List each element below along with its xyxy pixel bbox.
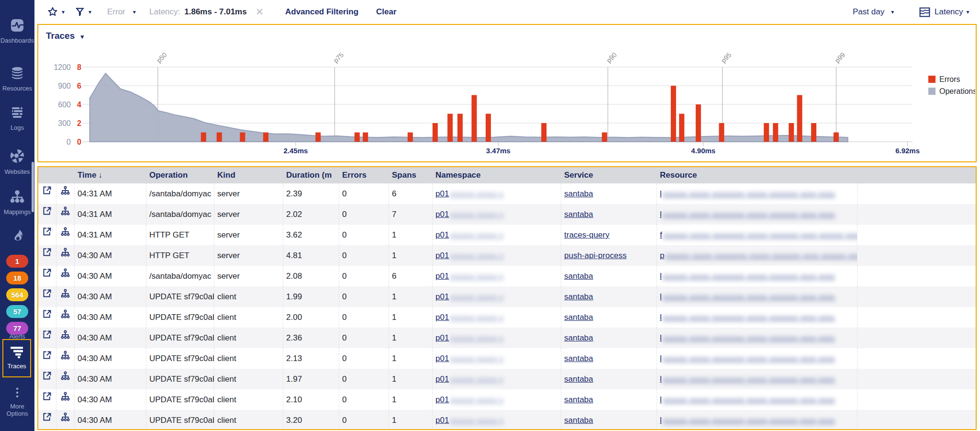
service-link[interactable]: santaba [564,313,593,322]
namespace-link[interactable]: p01 [435,354,449,363]
favorites-button[interactable]: ▾ [47,0,65,24]
service-link[interactable]: santaba [564,292,593,301]
column-header-duration-m[interactable]: Duration (m [283,167,339,183]
resource-link[interactable]: l [660,354,662,363]
namespace-link[interactable]: p01 [435,374,449,384]
table-row[interactable]: 04:31 AM/santaba/domyacserver2.0207p01xx… [38,204,976,225]
table-row[interactable]: 04:30 AMUPDATE sf79c0abclient2.0001p01xx… [38,307,976,328]
trace-tree-button[interactable] [56,369,75,389]
trace-tree-button[interactable] [56,328,75,348]
sidebar-item-resources[interactable]: Resources [0,66,34,92]
trace-tree-button[interactable] [56,225,75,245]
table-row[interactable]: 04:30 AMUPDATE sf79c0abclient2.1301p01xx… [38,348,976,369]
resource-link[interactable]: l [660,313,662,322]
sidebar-item-websites[interactable]: Websites [0,148,34,175]
alert-badge-564[interactable]: 564 [6,288,28,301]
trace-tree-button[interactable] [56,204,75,225]
table-row[interactable]: 04:30 AMUPDATE sf79c0abclient1.9701p01xx… [38,369,976,389]
resource-link[interactable]: l [660,272,662,281]
resource-link[interactable]: l [660,210,662,219]
table-row[interactable]: 04:30 AMHTTP GETserver4.8101p01xxxxxx xx… [38,245,976,266]
resource-link[interactable]: l [660,374,662,384]
column-header-operation[interactable]: Operation [146,167,214,183]
legend-item-errors[interactable]: Errors [928,75,960,83]
sidebar-item-logs[interactable]: Logs [0,106,34,131]
service-link[interactable]: santaba [564,395,593,404]
open-trace-button[interactable] [38,286,56,307]
metric-selector-dropdown[interactable]: Latency ▾ [919,0,969,24]
sidebar-item-more-options[interactable]: •••More Options [0,387,34,417]
column-header-kind[interactable]: Kind [214,167,283,183]
open-trace-button[interactable] [38,266,56,286]
table-row[interactable]: 04:30 AM/santaba/domyacserver2.0806p01xx… [38,266,976,286]
column-header-errors[interactable]: Errors [339,167,389,183]
trace-tree-button[interactable] [56,245,75,266]
sidebar-item-mappings[interactable]: Mappings [0,190,34,216]
filter-button[interactable]: ▾ [75,0,91,24]
column-header-service[interactable]: Service [561,167,657,183]
column-header-time[interactable]: Time↓ [75,167,146,183]
namespace-link[interactable]: p01 [435,251,449,260]
table-row[interactable]: 04:31 AMHTTP GETserver3.6201p01xxxxxx xx… [38,225,976,245]
resource-link[interactable]: p [660,251,664,260]
sidebar-item-flame[interactable] [0,229,34,245]
alert-badge-1[interactable]: 1 [6,255,28,268]
sidebar-item-traces[interactable]: Traces [2,339,31,377]
namespace-link[interactable]: p01 [435,313,449,322]
clear-button[interactable]: Clear [376,0,397,24]
namespace-link[interactable]: p01 [435,210,449,219]
open-trace-button[interactable] [38,183,56,204]
sidebar-item-dashboards[interactable]: Dashboards [0,18,34,44]
legend-item-operations[interactable]: Operations [928,87,975,95]
column-header-spans[interactable]: Spans [389,167,433,183]
service-link[interactable]: santaba [564,210,593,219]
resource-link[interactable]: l [660,333,662,342]
namespace-link[interactable]: p01 [435,333,449,342]
resource-link[interactable]: l [660,416,662,425]
alert-badge-57[interactable]: 57 [6,305,28,318]
trace-tree-button[interactable] [56,307,75,328]
close-icon[interactable]: ✕ [256,6,264,18]
service-link[interactable]: santaba [564,333,593,342]
latency-filter-chip[interactable]: Latency: 1.86ms - 7.01ms ✕ [149,0,264,24]
trace-tree-button[interactable] [56,389,75,410]
trace-tree-button[interactable] [56,348,75,369]
resource-link[interactable]: l [660,292,662,301]
open-trace-button[interactable] [38,389,56,410]
service-link[interactable]: santaba [564,374,593,384]
column-header-resource[interactable]: Resource [657,167,858,183]
open-trace-button[interactable] [38,225,56,245]
resource-link[interactable]: l [660,395,662,404]
open-trace-button[interactable] [38,410,56,430]
resource-link[interactable]: f [660,230,662,239]
service-link[interactable]: santaba [564,416,593,425]
service-link[interactable]: push-api-process [564,251,626,260]
table-row[interactable]: 04:30 AMUPDATE sf79c0abclient3.2001p01xx… [38,410,976,430]
service-link[interactable]: traces-query [564,230,609,239]
namespace-link[interactable]: p01 [435,416,449,425]
table-row[interactable]: 04:30 AMUPDATE sf79c0abclient2.3601p01xx… [38,328,976,348]
trace-tree-button[interactable] [56,266,75,286]
service-link[interactable]: santaba [564,189,593,198]
namespace-link[interactable]: p01 [435,230,449,239]
trace-tree-button[interactable] [56,410,75,430]
trace-tree-button[interactable] [56,183,75,204]
open-trace-button[interactable] [38,245,56,266]
table-row[interactable]: 04:31 AM/santaba/domyacserver2.3906p01xx… [38,183,976,204]
resource-link[interactable]: l [660,189,662,198]
open-trace-button[interactable] [38,328,56,348]
sidebar-scrollbar[interactable] [32,162,34,212]
column-header-namespace[interactable]: Namespace [433,167,561,183]
namespace-link[interactable]: p01 [435,292,449,301]
trace-tree-button[interactable] [56,286,75,307]
open-trace-button[interactable] [38,307,56,328]
table-row[interactable]: 04:30 AMUPDATE sf79c0abclient1.9901p01xx… [38,286,976,307]
namespace-link[interactable]: p01 [435,395,449,404]
advanced-filtering-button[interactable]: Advanced Filtering [285,0,358,24]
table-row[interactable]: 04:30 AMUPDATE sf79c0abclient2.1001p01xx… [38,389,976,410]
error-filter-dropdown[interactable]: Error ▾ [107,0,136,24]
service-link[interactable]: santaba [564,354,593,363]
alert-badge-18[interactable]: 18 [6,272,28,284]
open-trace-button[interactable] [38,369,56,389]
namespace-link[interactable]: p01 [435,189,449,198]
